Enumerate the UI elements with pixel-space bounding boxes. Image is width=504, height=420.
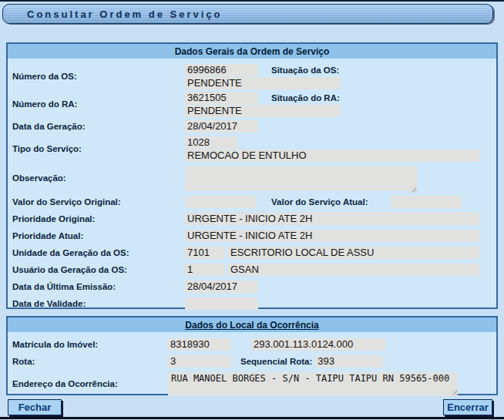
matricula-label: Matrícula do Imóvel: [12,340,168,349]
data-geracao-value: 28/04/2017 [185,120,258,133]
usuario-geracao-label: Usuário da Geração da OS: [12,265,185,274]
prioridade-original-value: URGENTE - INICIO ATE 2H [185,213,479,225]
rota-label: Rota: [12,357,168,366]
row-unidade-geracao: Unidade da Geração da OS: 7101 ESCRITORI… [12,244,490,261]
panel-dados-local-title: Dados do Local da Ocorrência [185,320,318,331]
data-geracao-label: Data da Geração: [12,122,185,131]
tipo-servico-label: Tipo do Serviço: [12,144,185,153]
numero-ra-label: Número do RA: [12,99,185,109]
row-numero-ra: Número do RA: 3621505 Situação do RA: PE… [12,90,490,118]
tipo-servico-code: 1028 [185,136,237,149]
row-prioridade-atual: Prioridade Atual: URGENTE - INICIO ATE 2… [12,227,490,244]
page-title: Consultar Ordem de Serviço [27,8,223,20]
situacao-ra-label: Situação do RA: [271,93,340,102]
valor-original-label: Valor do Serviço Original: [12,197,185,207]
row-valor-servico: Valor do Serviço Original: Valor do Serv… [12,193,490,210]
panel-dados-local-header: Dados do Local da Ocorrência [8,318,496,332]
data-ultima-emissao-value: 28/04/2017 [185,281,258,293]
situacao-os-value: PENDENTE [185,77,341,89]
row-numero-os: Número da OS: 6996866 Situação da OS: PE… [12,62,490,90]
row-data-ultima-emissao: Data da Última Emissão: 28/04/2017 [12,278,490,295]
inscricao-value: 293.001.113.0124.000 [251,338,386,351]
numero-os-value: 6996866 [185,64,258,76]
page-title-bar: Consultar Ordem de Serviço [2,4,493,24]
fechar-button[interactable]: Fechar [8,399,62,415]
data-validade-value [185,297,258,310]
data-ultima-emissao-label: Data da Última Emissão: [12,282,185,291]
row-data-geracao: Data da Geração: 28/04/2017 [12,118,490,135]
panel-dados-gerais-title: Dados Gerais da Ordem de Serviço [175,46,330,57]
unidade-geracao-code: 7101 [185,247,225,259]
page-bottom-border [0,417,504,419]
endereco-resize-handle[interactable] [450,388,457,395]
encerrar-button[interactable]: Encerrar [443,399,492,415]
row-endereco: Endereço da Ocorrência: RUA MANOEL BORGE… [12,370,490,398]
data-validade-label: Data de Validade: [12,299,185,308]
row-matricula: Matrícula do Imóvel: 8318930 293.001.113… [12,336,490,353]
usuario-geracao-description: GSAN [228,264,479,276]
unidade-geracao-description: ESCRITORIO LOCAL DE ASSU [228,247,479,259]
situacao-os-label: Situação da OS: [271,66,339,75]
row-observacao: Observação: [12,163,490,193]
sequencial-rota-value: 393 [315,355,383,368]
observacao-textarea[interactable] [185,166,418,191]
situacao-ra-value: PENDENTE [185,105,341,117]
row-tipo-servico: Tipo do Serviço: 1028 REMOCAO DE ENTULHO [12,135,490,163]
panel-dados-gerais: Dados Gerais da Ordem de Serviço Número … [6,42,498,309]
panel-dados-local: Dados do Local da Ocorrência Matrícula d… [6,316,498,395]
endereco-textarea[interactable]: RUA MANOEL BORGES - S/N - TAIPU TAIPU RN… [168,372,458,396]
valor-atual-label: Valor do Serviço Atual: [271,197,368,207]
usuario-geracao-code: 1 [185,264,225,276]
page-top-border [0,0,504,2]
row-rota: Rota: 3 Sequencial Rota: 393 [12,353,490,370]
row-prioridade-original: Prioridade Original: URGENTE - INICIO AT… [12,210,490,227]
numero-ra-value: 3621505 [185,92,258,104]
matricula-value: 8318930 [168,338,231,351]
valor-original-value [185,196,256,208]
prioridade-atual-value: URGENTE - INICIO ATE 2H [185,230,479,242]
numero-os-label: Número da OS: [12,72,185,81]
row-data-validade: Data de Validade: [12,295,490,312]
rota-value: 3 [168,355,231,368]
valor-atual-value [391,196,462,208]
prioridade-original-label: Prioridade Original: [12,214,185,223]
unidade-geracao-label: Unidade da Geração da OS: [12,248,185,257]
endereco-value: RUA MANOEL BORGES - S/N - TAIPU TAIPU RN… [171,373,449,384]
panel-dados-gerais-header: Dados Gerais da Ordem de Serviço [8,44,496,59]
prioridade-atual-label: Prioridade Atual: [12,231,185,240]
row-usuario-geracao: Usuário da Geração da OS: 1 GSAN [12,261,490,278]
sequencial-rota-label: Sequencial Rota: [240,357,312,366]
endereco-label: Endereço da Ocorrência: [12,379,168,388]
observacao-label: Observação: [12,173,185,183]
tipo-servico-description: REMOCAO DE ENTULHO [185,150,479,162]
